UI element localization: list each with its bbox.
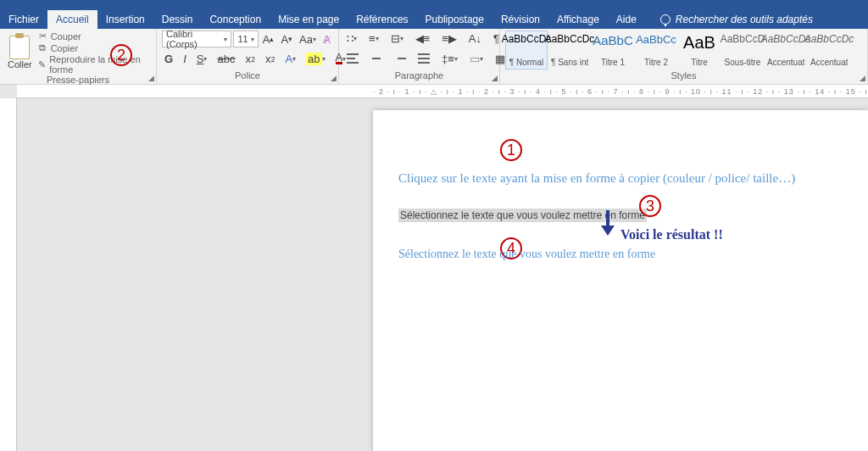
tab-design[interactable]: Conception [201, 10, 270, 29]
line-spacing-button[interactable]: ‡≡▾ [439, 51, 460, 67]
style-name: Accentuat... [767, 58, 804, 67]
group-label-styles: Styles [505, 70, 862, 82]
font-name-combo[interactable]: Calibri (Corps)▾ [162, 31, 231, 47]
group-clipboard: Coller ✂Couper ⧉Copier ✎Reproduire la mi… [0, 29, 157, 84]
bold-button[interactable]: G [162, 51, 175, 67]
tab-file[interactable]: Fichier [0, 10, 47, 29]
paste-label: Coller [8, 59, 32, 70]
format-painter-button[interactable]: ✎Reproduire la mise en forme [38, 54, 151, 75]
change-case-button[interactable]: Aa▾ [297, 31, 319, 47]
annotation-step-3: 3 [639, 195, 661, 217]
group-label-clipboard: Presse-papiers [5, 75, 151, 86]
align-right-button[interactable] [392, 52, 409, 65]
group-label-font: Police [162, 70, 333, 82]
tab-help[interactable]: Aide [608, 10, 645, 29]
tab-home[interactable]: Accueil [47, 10, 97, 29]
style-item[interactable]: AaBbCcDcAccentuat... [765, 31, 807, 70]
page[interactable]: 1 Cliquez sur le texte ayant la mise en … [373, 110, 868, 451]
style-preview: AaBbCcDc [804, 33, 854, 45]
style-name: Titre 2 [637, 58, 675, 67]
font-size-value: 11 [237, 34, 248, 44]
tab-references[interactable]: Références [348, 10, 416, 29]
style-item[interactable]: AaBbCcDc¶ Normal [505, 31, 548, 70]
style-name: ¶ Sans int... [551, 58, 588, 67]
text-effects-button[interactable]: A▾ [282, 51, 298, 67]
tab-view[interactable]: Affichage [548, 10, 608, 29]
shading-button[interactable]: ▭▾ [467, 51, 486, 67]
style-item[interactable]: AaBbCcTitre 2 [635, 31, 677, 70]
bullets-button[interactable]: ∷▾ [344, 31, 359, 47]
style-name: Titre 1 [594, 58, 632, 67]
decrease-indent-button[interactable]: ◀≡ [413, 31, 433, 47]
group-paragraph: ∷▾ ≡▾ ⊟▾ ◀≡ ≡▶ A↓ ¶ ‡≡▾ ▭▾ ▦▾ Paragraphe… [339, 29, 500, 84]
increase-indent-button[interactable]: ≡▶ [439, 31, 459, 47]
style-preview: AaB [683, 33, 715, 53]
align-center-button[interactable] [368, 52, 385, 65]
format-painter-label: Reproduire la mise en forme [49, 54, 151, 75]
cut-button[interactable]: ✂Couper [38, 31, 151, 42]
brush-icon: ✎ [38, 59, 47, 70]
copy-icon: ⧉ [38, 42, 47, 53]
styles-dialog-launcher[interactable]: ◢ [860, 74, 865, 82]
font-dialog-launcher[interactable]: ◢ [331, 74, 337, 82]
group-styles: AaBbCcDc¶ NormalAaBbCcDc¶ Sans int...AaB… [500, 29, 868, 84]
tell-me-search[interactable]: Rechercher des outils adaptés [652, 10, 821, 29]
tab-review[interactable]: Révision [492, 10, 548, 29]
workspace: 1 Cliquez sur le texte ayant la mise en … [0, 98, 868, 451]
copy-button[interactable]: ⧉Copier [38, 42, 151, 53]
chevron-down-icon: ▾ [251, 36, 254, 43]
tab-insert[interactable]: Insertion [97, 10, 153, 29]
paste-button[interactable]: Coller [5, 31, 35, 75]
style-preview: AaBbCcDc [545, 33, 595, 45]
tell-me-label: Rechercher des outils adaptés [676, 14, 813, 25]
highlight-button[interactable]: ab▾ [303, 51, 327, 67]
doc-instruction-2[interactable]: Sélectionnez le texte que vous voulez me… [398, 248, 655, 261]
chevron-down-icon: ▾ [224, 36, 227, 43]
tab-draw[interactable]: Dessin [153, 10, 202, 29]
arrow-icon [606, 210, 609, 227]
group-font: Calibri (Corps)▾ 11▾ A▴ A▾ Aa▾ A̷ G I S▾… [157, 29, 339, 84]
clipboard-dialog-launcher[interactable]: ◢ [148, 74, 154, 82]
style-item[interactable]: AaBTitre [678, 31, 721, 70]
style-name: ¶ Normal [508, 58, 545, 67]
paragraph-dialog-launcher[interactable]: ◢ [492, 74, 498, 82]
style-preview: AaBbCc [636, 33, 676, 46]
annotation-step-1: 1 [500, 139, 522, 161]
doc-instruction-1[interactable]: Cliquez sur le texte ayant la mise en fo… [398, 171, 795, 186]
arrow-head-icon [601, 226, 615, 236]
italic-button[interactable]: I [181, 51, 189, 67]
subscript-button[interactable]: x2 [242, 51, 258, 67]
style-preview: AaBbC [593, 33, 633, 47]
style-item[interactable]: AaBbCcDcAccentuat. [808, 31, 850, 70]
tab-mailings[interactable]: Publipostage [417, 10, 492, 29]
clear-formatting-button[interactable]: A̷ [320, 31, 333, 47]
ribbon-tabs: Fichier Accueil Insertion Dessin Concept… [0, 10, 868, 29]
sort-button[interactable]: A↓ [466, 31, 484, 47]
style-item[interactable]: AaBbCcDSous-titre [721, 31, 764, 70]
grow-font-button[interactable]: A▴ [260, 31, 277, 47]
style-name: Titre [681, 58, 718, 67]
style-name: Accentuat. [810, 58, 848, 67]
strikethrough-button[interactable]: abc [214, 51, 237, 67]
style-item[interactable]: AaBbCTitre 1 [592, 31, 634, 70]
multilevel-list-button[interactable]: ⊟▾ [388, 31, 406, 47]
doc-result-text[interactable]: Voici le résultat !! [620, 227, 723, 242]
numbering-button[interactable]: ≡▾ [366, 31, 381, 47]
vertical-ruler[interactable] [0, 98, 17, 451]
underline-button[interactable]: S▾ [194, 51, 210, 67]
superscript-button[interactable]: x2 [263, 51, 278, 67]
align-left-button[interactable] [344, 52, 361, 65]
horizontal-ruler[interactable]: · 2 · ı · 1 · ı · △ · ı · 1 · ı · 2 · ı … [17, 85, 868, 98]
shrink-font-button[interactable]: A▾ [278, 31, 295, 47]
justify-button[interactable] [415, 52, 432, 65]
style-preview: AaBbCcDc [502, 33, 552, 45]
style-item[interactable]: AaBbCcDc¶ Sans int... [548, 31, 591, 70]
font-size-combo[interactable]: 11▾ [233, 31, 258, 47]
style-preview: AaBbCcDc [761, 33, 811, 45]
scissors-icon: ✂ [38, 31, 47, 42]
font-name-value: Calibri (Corps) [166, 29, 224, 49]
title-bar [0, 0, 868, 10]
document-area[interactable]: 1 Cliquez sur le texte ayant la mise en … [17, 98, 868, 451]
styles-gallery[interactable]: AaBbCcDc¶ NormalAaBbCcDc¶ Sans int...AaB… [505, 31, 862, 70]
tab-layout[interactable]: Mise en page [270, 10, 348, 29]
